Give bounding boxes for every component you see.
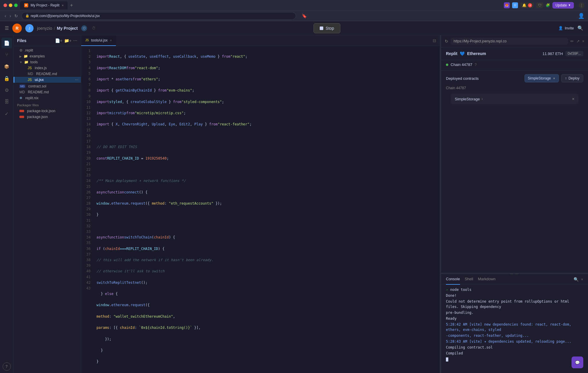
code-area: 12345 678910 1112131415 1617181920 21222…: [81, 46, 440, 373]
file-item-replit[interactable]: ⚙ .replit: [14, 47, 81, 53]
contract-dropdown-btn[interactable]: SimpleStorage ▼: [524, 74, 559, 82]
file-item-packagelockjson[interactable]: package-lock.json: [14, 108, 81, 114]
console-tab-markdown[interactable]: Markdown: [478, 274, 496, 285]
file-item-replitníx[interactable]: ❄ replit.nix: [14, 95, 81, 101]
console-line-err2: pre-bundling.: [446, 310, 583, 315]
editor-tab-uijsx[interactable]: JS tools/ui.jsx ×: [81, 35, 116, 46]
eth-address[interactable]: 0xf39F...: [565, 51, 583, 56]
nav-back-btn[interactable]: ‹: [4, 12, 7, 19]
console-line-vite1: 5:28:42 AM [vite] new dependencies found…: [446, 322, 583, 332]
maximize-window-btn[interactable]: [14, 4, 18, 7]
console-line-vite3: 5:28:43 AM [vite] ✦ dependencies updated…: [446, 339, 583, 344]
contract-expand-arrow: ›: [482, 97, 483, 101]
breadcrumb-username[interactable]: joenyzio: [37, 26, 52, 31]
extension-notifications[interactable]: 🔔4: [520, 3, 534, 8]
file-panel-more-btn[interactable]: ⋯: [73, 38, 77, 43]
chain-label: Chain 44787: [446, 86, 583, 94]
sidebar-settings-icon[interactable]: ⚙: [1, 85, 12, 95]
right-panel-edit-btn[interactable]: ✏: [570, 39, 574, 44]
file-icon-readme-tools: MD: [28, 72, 33, 76]
invite-btn[interactable]: 👤 Invite: [558, 26, 574, 30]
file-item-readme-tools[interactable]: MD README.md: [14, 71, 81, 77]
folder-arrow-examples: ▶: [19, 55, 22, 58]
editor-area: JS tools/ui.jsx × ⊟ 12345 678910 1112131…: [81, 35, 440, 373]
packager-section-label: Packager files: [14, 101, 81, 108]
folder-arrow-tools: ▼: [19, 61, 22, 64]
history-btn[interactable]: ⏱: [92, 26, 96, 30]
console-tab-shell[interactable]: Shell: [465, 274, 473, 285]
right-panel-refresh-btn[interactable]: ↻: [445, 39, 448, 44]
browser-tab-active[interactable]: R My Project - Replit ×: [20, 1, 68, 9]
file-item-examples[interactable]: ▶ 📁 examples: [14, 53, 81, 59]
sidebar-secrets-icon[interactable]: 🔒: [1, 73, 12, 84]
contract-name: SimpleStorage ›: [455, 97, 483, 101]
stop-btn[interactable]: Stop: [314, 23, 340, 33]
browser-extensions: 🦊 R 🔔4 🛡 🧩 Update ▼: [504, 2, 574, 9]
new-tab-btn[interactable]: +: [70, 3, 73, 8]
chain-help-btn[interactable]: ?: [475, 63, 477, 67]
contract-close-btn[interactable]: ×: [572, 97, 574, 101]
file-item-indexjs[interactable]: JS index.js: [14, 65, 81, 71]
breadcrumb-project[interactable]: My Project: [57, 26, 78, 31]
sidebar-check-icon[interactable]: ✓: [1, 108, 12, 119]
hamburger-menu[interactable]: ☰: [5, 25, 9, 31]
file-tree: ⚙ .replit ▶ 📁 examples ▼ 📁 tools: [14, 46, 81, 373]
replit-eth-header: Replit 💙 Ethereum 11.987 ETH 0xf39F...: [441, 47, 588, 60]
dropdown-arrow-icon: ▼: [553, 77, 556, 80]
sidebar-help-icon[interactable]: ?: [3, 362, 11, 371]
file-item-uijsx[interactable]: JS ui.jsx ⋯: [14, 77, 81, 83]
sidebar-git-icon[interactable]: ⑂: [1, 49, 12, 60]
extension-puzzle[interactable]: 🧩: [546, 3, 550, 7]
right-panel-close-btn[interactable]: ×: [582, 39, 584, 44]
file-icon-replit: ⚙: [19, 48, 23, 52]
extension-shield[interactable]: 🛡: [536, 3, 543, 8]
close-window-btn[interactable]: [4, 4, 7, 7]
profile-btn[interactable]: 👤: [578, 13, 584, 19]
user-avatar[interactable]: J: [25, 24, 34, 32]
sidebar-packages-icon[interactable]: 📦: [1, 61, 12, 72]
console-search-btn[interactable]: 🔍: [574, 277, 579, 282]
file-icon-readme-root: MD: [19, 90, 25, 94]
bookmark-btn[interactable]: 🔖: [302, 14, 307, 18]
right-panel-url-bar: ↻ https://My-Project.joenyzio.repl.co ✏ …: [441, 35, 588, 47]
browser-menu-btn[interactable]: ⋮: [579, 2, 584, 8]
sidebar-files-icon[interactable]: 📄: [1, 38, 12, 48]
extension-metamask[interactable]: 🦊: [504, 2, 510, 8]
chain-badge[interactable]: ⬡: [81, 25, 87, 31]
new-folder-btn[interactable]: 📁+: [64, 38, 71, 43]
extension-replit[interactable]: R: [512, 2, 518, 8]
file-item-contractsol[interactable]: MD contract.sol: [14, 83, 81, 89]
file-context-menu-btn[interactable]: ⋯: [75, 78, 79, 82]
console-tab-console[interactable]: Console: [446, 274, 460, 285]
file-panel-actions: 📄+ 📁+ ⋯: [55, 38, 77, 43]
code-content[interactable]: import React, { useState, useEffect, use…: [93, 46, 440, 373]
editor-tab-icon: JS: [85, 39, 89, 42]
sidebar-database-icon[interactable]: 🗄: [1, 97, 12, 107]
editor-tab-close-btn[interactable]: ×: [110, 39, 112, 42]
address-bar-input[interactable]: 🔒 replit.com/@joenyzio/My-Project#tools/…: [21, 12, 296, 20]
chat-btn[interactable]: 💬: [572, 357, 583, 368]
contract-item[interactable]: SimpleStorage › ×: [451, 94, 579, 104]
eth-balance: 11.987 ETH 0xf39F...: [542, 51, 583, 56]
tab-close-btn[interactable]: ×: [62, 4, 64, 7]
right-panel-url[interactable]: https://My-Project.joenyzio.repl.co: [451, 38, 568, 45]
deploy-btn[interactable]: ↑ Deploy: [561, 74, 583, 82]
file-item-tools[interactable]: ▼ 📁 tools: [14, 59, 81, 65]
right-panel-open-btn[interactable]: ↗: [576, 39, 580, 44]
console-output: › node tools Done! Could not determine e…: [441, 285, 588, 373]
new-file-btn[interactable]: 📄+: [55, 38, 62, 43]
minimize-window-btn[interactable]: [9, 4, 12, 7]
file-icon-uijsx: JS: [28, 78, 32, 82]
update-extension-btn[interactable]: Update ▼: [552, 2, 574, 9]
editor-split-btn[interactable]: ⊟: [432, 37, 437, 44]
file-panel-header: Files 📄+ 📁+ ⋯: [14, 35, 81, 46]
editor-tabs: JS tools/ui.jsx × ⊟: [81, 35, 440, 46]
file-item-packagejson[interactable]: package.json: [14, 114, 81, 120]
console-close-btn[interactable]: ×: [581, 277, 583, 282]
nav-forward-btn[interactable]: ›: [9, 12, 12, 19]
nav-refresh-btn[interactable]: ↻: [13, 12, 19, 19]
console-line-1: › node tools: [446, 287, 583, 292]
file-item-readme-root[interactable]: MD README.md: [14, 89, 81, 95]
search-btn[interactable]: 🔍: [577, 25, 583, 31]
header-center: Stop: [99, 23, 555, 33]
